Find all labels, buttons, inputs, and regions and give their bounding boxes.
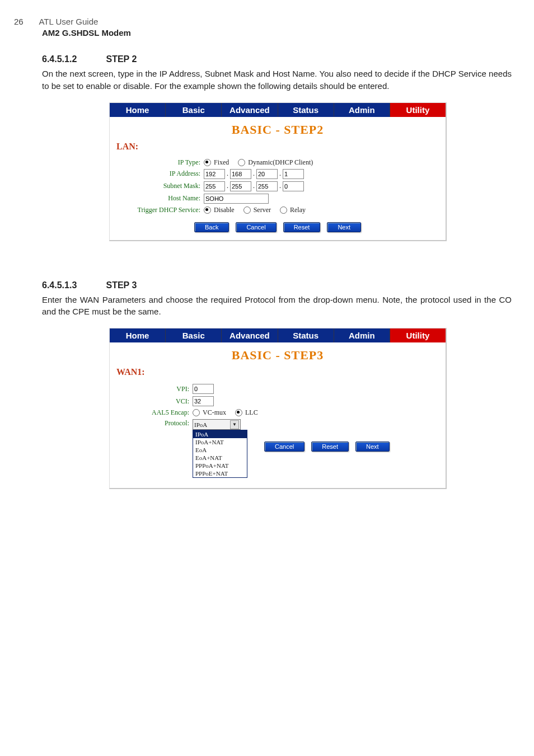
- label-vci: VCI:: [116, 397, 193, 406]
- hostname-input[interactable]: [204, 194, 269, 204]
- tab-utility[interactable]: Utility: [390, 328, 446, 342]
- radio-dynamic[interactable]: [238, 159, 245, 166]
- next-button[interactable]: Next: [327, 222, 361, 232]
- section-step3: 6.4.5.1.3 STEP 3 Enter the WAN Parameter…: [42, 280, 512, 490]
- proto-opt[interactable]: EoA+NAT: [193, 454, 247, 462]
- tab-basic[interactable]: Basic: [166, 103, 222, 117]
- tab-utility[interactable]: Utility: [390, 103, 446, 117]
- label-iptype: IP Type:: [116, 158, 204, 167]
- section-title: STEP 3: [106, 280, 137, 290]
- radio-dhcp-server[interactable]: [243, 206, 251, 214]
- ip-octet-3[interactable]: [256, 169, 278, 179]
- tab-advanced[interactable]: Advanced: [222, 103, 278, 117]
- tab-home[interactable]: Home: [110, 328, 166, 342]
- protocol-select[interactable]: IPoA ▼: [193, 419, 241, 430]
- tab-admin[interactable]: Admin: [334, 103, 390, 117]
- vpi-input[interactable]: [193, 384, 214, 394]
- label-dhcp-disable: Disable: [214, 206, 235, 214]
- cancel-button[interactable]: Cancel: [236, 222, 276, 232]
- reset-button[interactable]: Reset: [311, 442, 349, 452]
- radio-dhcp-disable[interactable]: [204, 206, 211, 214]
- lan-header: LAN:: [116, 142, 439, 152]
- cancel-button[interactable]: Cancel: [264, 442, 305, 452]
- section-body: On the next screen, type in the IP Addre…: [42, 68, 512, 92]
- ip-octet-1[interactable]: [204, 169, 225, 179]
- radio-llc[interactable]: [235, 409, 242, 416]
- mask-octet-3[interactable]: [256, 181, 278, 191]
- radio-dhcp-relay[interactable]: [280, 206, 287, 214]
- tab-admin[interactable]: Admin: [334, 328, 390, 342]
- protocol-dropdown-list[interactable]: IPoA IPoA+NAT EoA EoA+NAT PPPoA+NAT PPPo…: [193, 430, 247, 478]
- section-number: 6.4.5.1.3: [42, 280, 104, 290]
- back-button[interactable]: Back: [194, 222, 229, 232]
- section-number: 6.4.5.1.2: [42, 54, 104, 64]
- tab-status[interactable]: Status: [278, 328, 334, 342]
- radio-dynamic-label: Dynamic(DHCP Client): [248, 158, 313, 167]
- section-step2: 6.4.5.1.2 STEP 2 On the next screen, typ…: [42, 54, 512, 241]
- mask-octet-1[interactable]: [204, 181, 225, 191]
- label-dhcp: Trigger DHCP Service:: [116, 206, 204, 214]
- guide-title: ATL User Guide: [39, 17, 98, 26]
- tab-advanced[interactable]: Advanced: [222, 328, 278, 342]
- top-tabs: Home Basic Advanced Status Admin Utility: [110, 328, 446, 342]
- page-number: 26: [14, 17, 36, 26]
- radio-fixed[interactable]: [204, 159, 211, 166]
- radio-vcmux[interactable]: [193, 409, 200, 416]
- label-vpi: VPI:: [116, 385, 193, 393]
- label-llc: LLC: [245, 408, 258, 417]
- page-header: 26 ATL User Guide AM2 G.SHDSL Modem: [14, 17, 512, 37]
- doc-subtitle: AM2 G.SHDSL Modem: [42, 28, 512, 37]
- panel-title: BASIC - STEP2: [110, 117, 446, 142]
- screenshot-step3: Home Basic Advanced Status Admin Utility…: [109, 328, 447, 489]
- label-dhcp-relay: Relay: [290, 206, 306, 214]
- ip-octet-2[interactable]: [230, 169, 251, 179]
- tab-home[interactable]: Home: [110, 103, 166, 117]
- label-protocol: Protocol:: [116, 419, 193, 428]
- next-button[interactable]: Next: [355, 442, 390, 452]
- screenshot-step2: Home Basic Advanced Status Admin Utility…: [109, 102, 447, 241]
- proto-opt[interactable]: IPoA+NAT: [193, 438, 247, 446]
- proto-opt[interactable]: PPPoA+NAT: [193, 462, 247, 469]
- section-body: Enter the WAN Parameters and choose the …: [42, 294, 512, 318]
- tab-basic[interactable]: Basic: [166, 328, 222, 342]
- top-tabs: Home Basic Advanced Status Admin Utility: [110, 103, 446, 117]
- label-dhcp-server: Server: [254, 206, 271, 214]
- label-aal5: AAL5 Encap:: [116, 408, 193, 417]
- wan-header: WAN1:: [116, 367, 439, 377]
- label-ipaddress: IP Address:: [116, 170, 204, 178]
- proto-opt[interactable]: EoA: [193, 446, 247, 454]
- label-hostname: Host Name:: [116, 194, 204, 203]
- proto-opt[interactable]: PPPoE+NAT: [193, 469, 247, 477]
- section-title: STEP 2: [106, 54, 137, 64]
- tab-status[interactable]: Status: [278, 103, 334, 117]
- protocol-selected: IPoA: [194, 421, 207, 428]
- reset-button[interactable]: Reset: [283, 222, 321, 232]
- vci-input[interactable]: [193, 396, 214, 406]
- label-subnet: Subnet Mask:: [116, 182, 204, 190]
- panel-title: BASIC - STEP3: [110, 342, 446, 367]
- chevron-down-icon: ▼: [230, 420, 239, 429]
- proto-opt[interactable]: IPoA: [193, 430, 247, 438]
- mask-octet-2[interactable]: [230, 181, 251, 191]
- label-vcmux: VC-mux: [203, 408, 226, 417]
- ip-octet-4[interactable]: [283, 169, 304, 179]
- radio-fixed-label: Fixed: [214, 158, 229, 167]
- mask-octet-4[interactable]: [283, 181, 304, 191]
